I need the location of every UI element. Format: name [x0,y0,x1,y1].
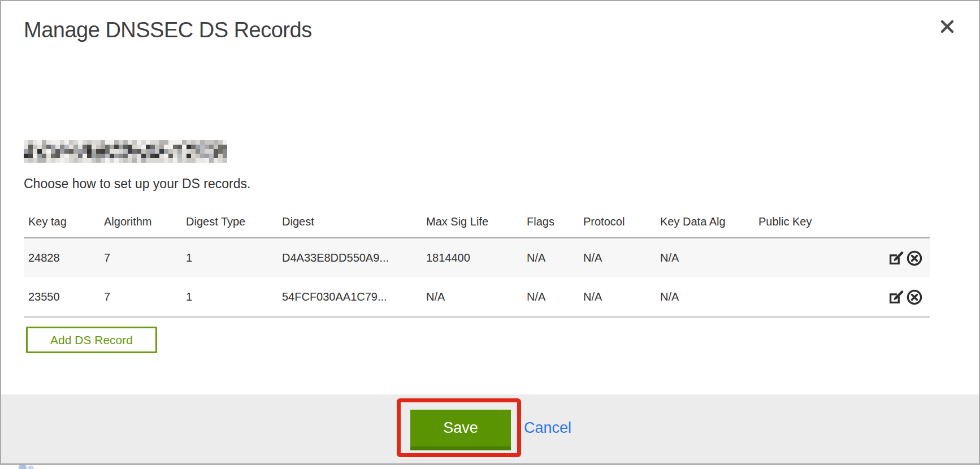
cell-digest: D4A33E8DD550A9... [282,251,426,264]
table-header-row: Key tag Algorithm Digest Type Digest Max… [24,205,930,237]
close-button[interactable] [936,16,958,37]
cell-protocol: N/A [583,290,660,303]
delete-record-button[interactable] [906,288,923,306]
column-header-key-data-alg: Key Data Alg [660,215,758,237]
table-body: 24828 7 1 D4A33E8DD550A9... 1814400 N/A … [24,237,930,318]
column-header-protocol: Protocol [583,215,660,237]
cell-actions [882,288,930,306]
edit-record-button[interactable] [887,288,904,306]
annotation-highlight-box: Save [397,398,521,457]
page-title: Manage DNSSEC DS Records [24,18,312,42]
edit-icon [887,250,904,267]
cell-actions [882,249,930,267]
cell-max-sig-life: 1814400 [426,251,527,264]
cell-algorithm: 7 [104,290,186,303]
close-icon [936,16,958,37]
add-ds-record-button[interactable]: Add DS Record [26,327,157,353]
column-header-digest: Digest [282,215,426,237]
column-header-key-tag: Key tag [24,215,104,237]
cell-key-tag: 24828 [24,251,104,264]
ds-records-table: Key tag Algorithm Digest Type Digest Max… [24,205,930,318]
cell-flags: N/A [527,290,583,303]
save-button[interactable]: Save [410,410,511,450]
cell-digest: 54FCF030AA1C79... [282,290,426,303]
dialog-footer: Save Cancel [1,394,979,463]
instruction-text: Choose how to set up your DS records. [24,176,250,192]
dnssec-modal-screenshot: Manage DNSSEC DS Records Choose how to s… [0,0,980,469]
cancel-link[interactable]: Cancel [524,419,571,437]
cell-algorithm: 7 [104,251,186,264]
redacted-domain-name [24,140,227,163]
background-page-fragment [19,464,27,469]
background-page-fragment [28,466,34,469]
edit-record-button[interactable] [887,249,904,267]
cell-key-data-alg: N/A [660,251,758,264]
table-row: 23550 7 1 54FCF030AA1C79... N/A N/A N/A … [24,277,930,316]
cell-key-tag: 23550 [24,290,104,303]
cell-key-data-alg: N/A [660,290,758,303]
cell-flags: N/A [527,251,583,264]
circle-x-icon [906,250,923,267]
circle-x-icon [906,289,923,306]
cell-protocol: N/A [583,251,660,264]
column-header-max-sig-life: Max Sig Life [426,215,527,237]
manage-ds-records-dialog: Manage DNSSEC DS Records Choose how to s… [0,0,980,465]
cell-max-sig-life: N/A [426,290,527,303]
column-header-flags: Flags [527,215,583,237]
cell-digest-type: 1 [186,251,282,264]
column-header-public-key: Public Key [758,215,882,237]
column-header-algorithm: Algorithm [104,215,186,237]
table-row: 24828 7 1 D4A33E8DD550A9... 1814400 N/A … [24,238,930,277]
delete-record-button[interactable] [906,249,923,267]
column-header-digest-type: Digest Type [186,215,282,237]
edit-icon [887,289,904,306]
cell-digest-type: 1 [186,290,282,303]
column-header-actions [882,228,930,237]
